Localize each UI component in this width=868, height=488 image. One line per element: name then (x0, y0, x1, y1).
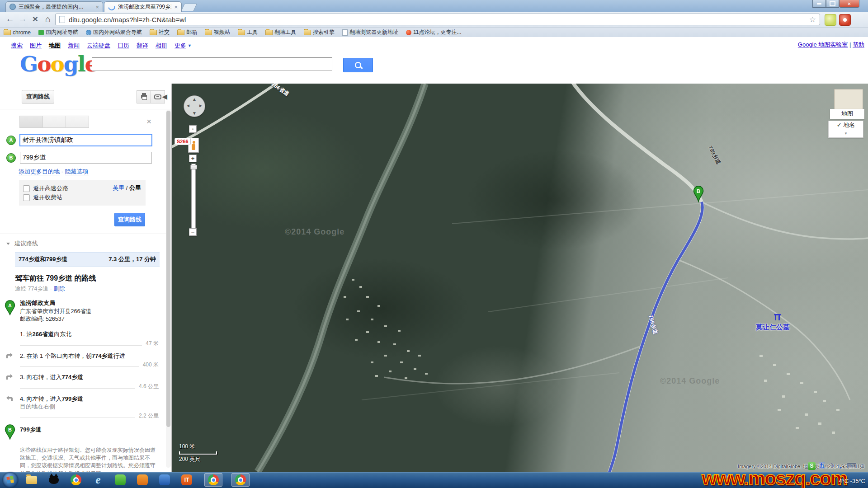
step-2[interactable]: 2. 在第 1 个路口向右转，朝774乡道行进 (0, 352, 171, 360)
window-close-button[interactable]: ✕ (839, 0, 859, 8)
pegman-icon (192, 141, 195, 150)
taskbar-app-green-button[interactable] (111, 473, 129, 487)
route-polyline[interactable] (609, 202, 703, 472)
maptype-map-button[interactable]: 地图 (830, 109, 864, 119)
step-3[interactable]: 3. 向右转，进入774乡道 (0, 373, 171, 381)
window-maximize-button[interactable] (826, 0, 839, 8)
avoid-tolls-checkbox[interactable] (23, 194, 30, 201)
taskbar-explorer-button[interactable] (23, 473, 41, 487)
nav-translate[interactable]: 翻译 (137, 42, 148, 50)
pan-down-icon[interactable]: ▼ (192, 111, 197, 116)
nav-maps-current[interactable]: 地图 (49, 42, 61, 50)
extension-icon[interactable] (825, 14, 836, 26)
url-text[interactable]: ditu.google.cn/maps?hl=zh-CN&tab=wl (69, 16, 186, 23)
bookmark-folder[interactable]: 邮箱 (177, 28, 197, 36)
nav-search[interactable]: 搜索 (11, 42, 23, 50)
delete-via-link[interactable]: 删除 (53, 286, 65, 292)
bookmark-folder[interactable]: 社交 (150, 28, 170, 36)
collapse-panel-icon[interactable]: ◀ (162, 93, 167, 101)
scrollbar-thumb[interactable] (166, 111, 170, 427)
bookmark-folder[interactable]: 视频站 (205, 28, 230, 36)
start-button[interactable] (3, 472, 18, 488)
bookmark-item[interactable]: 国内外网站聚合导航 (86, 28, 142, 36)
extension-badge-icon[interactable] (839, 14, 851, 26)
home-button[interactable]: ⌂ (42, 13, 54, 25)
travel-mode-transit[interactable] (42, 116, 66, 128)
help-link[interactable]: 帮助 (853, 41, 864, 48)
suggested-routes-header[interactable]: 建议路线 (6, 239, 171, 248)
browser-tab-2-active[interactable]: 渔涝邮政支局至799乡道 - × (104, 1, 182, 12)
step-4[interactable]: 4. 向左转，进入799乡道 目的地在右侧 (0, 395, 171, 411)
nav-images[interactable]: 图片 (30, 42, 42, 50)
get-directions-tab-button[interactable]: 查询路线 (22, 90, 54, 103)
bookmark-folder[interactable]: chrome (4, 29, 31, 36)
maps-labs-link[interactable]: Google 地图实验室 (798, 41, 848, 48)
nav-calendar[interactable]: 日历 (118, 42, 129, 50)
bookmark-folder[interactable]: 搜索引擎 (304, 28, 335, 36)
map-search-input[interactable] (92, 57, 332, 71)
stop-button[interactable]: × (29, 13, 42, 25)
pan-left-icon[interactable]: ◄ (186, 103, 190, 108)
tab-close-icon[interactable]: × (95, 4, 99, 10)
close-panel-icon[interactable]: × (146, 117, 151, 127)
miles-link[interactable]: 英里 (113, 184, 124, 191)
taskbar-ie-button[interactable]: e (89, 473, 107, 487)
avoid-highways-checkbox[interactable] (23, 185, 30, 192)
pan-right-icon[interactable]: ► (198, 103, 203, 108)
browser-tab-1[interactable]: 三维聚合，最便捷的国内… × (5, 1, 103, 12)
tab-close-icon[interactable]: × (174, 4, 178, 10)
bookmark-item[interactable]: 国内网址导航 (38, 28, 78, 36)
step-1[interactable]: 1. 沿266省道向东北 (0, 330, 171, 338)
taskbar-chrome-window-2-active[interactable] (231, 473, 250, 487)
destination-input[interactable] (20, 152, 152, 164)
add-destination-link[interactable]: 添加更多目的地 (19, 168, 60, 175)
map-canvas[interactable]: B ©2014 Google ©2014 Google 266省道 799乡道 … (172, 84, 868, 472)
taskbar-chrome-window-1-active[interactable] (204, 473, 222, 487)
avoid-tolls-option[interactable]: 避开收费站 (23, 193, 142, 202)
my-location-button[interactable]: • (189, 125, 197, 133)
bookmark-folder[interactable]: 工具 (238, 28, 258, 36)
forward-button[interactable]: → (16, 13, 29, 25)
km-selected[interactable]: 公里 (129, 184, 141, 191)
taskbar-app-blue-button[interactable] (156, 473, 174, 487)
print-button[interactable] (137, 90, 151, 103)
nav-photos[interactable]: 相册 (156, 42, 167, 50)
zoom-in-button[interactable]: + (189, 155, 197, 162)
bookmark-folder[interactable]: 翻墙工具 (265, 28, 296, 36)
back-button[interactable]: ← (4, 13, 16, 25)
nav-news[interactable]: 新闻 (68, 42, 80, 50)
url-bar[interactable]: ditu.google.cn/maps?hl=zh-CN&tab=wl ☆ (55, 14, 820, 25)
travel-mode-walking[interactable] (66, 116, 89, 128)
window-minimize-button[interactable] (812, 0, 826, 8)
ime-settings-icon[interactable]: ⚙ (859, 463, 865, 469)
taskbar-chrome-button[interactable] (67, 473, 85, 487)
maptype-satellite-button[interactable] (834, 89, 863, 110)
bookmark-item[interactable]: 11点论坛，更专注... (406, 28, 461, 36)
hide-options-link[interactable]: 隐藏选项 (65, 168, 89, 175)
new-tab-button[interactable] (181, 4, 197, 11)
soft-keyboard-icon[interactable]: ⌨ (847, 462, 857, 470)
nav-more[interactable]: 更多 (175, 42, 186, 50)
bookmark-star-icon[interactable]: ☆ (809, 15, 816, 24)
start-block[interactable]: A 渔涝邮政支局 广东省肇庆市封开县266省道 邮政编码: 526537 (0, 299, 171, 323)
maptype-labels-toggle[interactable]: ✓ 地名 ▾ (828, 121, 863, 138)
travel-mode-driving[interactable] (19, 116, 43, 128)
search-button[interactable] (343, 58, 373, 72)
zoom-out-button[interactable]: − (189, 228, 197, 236)
pan-up-icon[interactable]: ▲ (192, 97, 197, 102)
window-titlebar: 三维聚合，最便捷的国内… × 渔涝邮政支局至799乡道 - × ✕ (0, 0, 868, 12)
end-block[interactable]: B 799乡道 (0, 424, 171, 434)
taskbar-app-bat-button[interactable] (45, 473, 63, 487)
zoom-slider-thumb[interactable] (190, 165, 197, 169)
cemetery-name: 莫让仁公墓 (756, 323, 790, 331)
route-option-row[interactable]: 774乡道和799乡道 7.3 公里，17 分钟 (15, 252, 160, 267)
taskbar-app-orange-button[interactable] (133, 473, 151, 487)
nav-drive[interactable]: 云端硬盘 (87, 42, 110, 50)
map-pan-control[interactable]: ▲ ▼ ◄ ► (184, 95, 205, 117)
zoom-slider[interactable] (191, 164, 196, 229)
get-directions-button[interactable]: 查询路线 (114, 213, 145, 226)
origin-input[interactable] (19, 134, 152, 146)
bookmark-item[interactable]: 翻墙浏览器更新地址 (342, 28, 398, 36)
taskbar-app-it-button[interactable]: IT (178, 473, 196, 487)
sidebar-scrollbar[interactable] (166, 110, 171, 468)
